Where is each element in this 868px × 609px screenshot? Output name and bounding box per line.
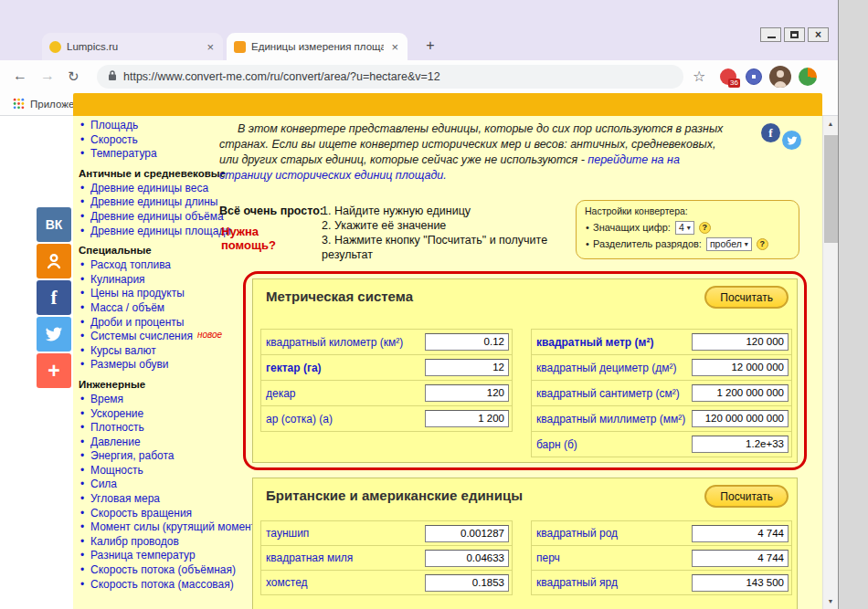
- significant-digits-select[interactable]: 4▾: [675, 221, 694, 235]
- sidebar-link[interactable]: Цены на продукты: [79, 287, 258, 301]
- sidebar-link[interactable]: Скорость вращения: [79, 507, 258, 521]
- unit-value-input[interactable]: 120 000 000 000: [692, 410, 789, 427]
- sidebar-link[interactable]: Разница температур: [79, 549, 258, 563]
- close-button[interactable]: ×: [808, 27, 829, 42]
- unit-column-right: квадратный метр (м²) 120 000 квадратный …: [531, 329, 792, 457]
- new-badge: новое: [197, 330, 222, 340]
- unit-value-input[interactable]: 4 744: [692, 525, 789, 542]
- sidebar-link[interactable]: Масса / объём: [79, 301, 258, 316]
- unit-value-input[interactable]: 120: [425, 384, 509, 402]
- help-button[interactable]: ?: [757, 238, 768, 250]
- sidebar-link[interactable]: Мощность: [79, 464, 258, 478]
- sidebar-link[interactable]: Плотность: [79, 421, 258, 436]
- unit-value-input[interactable]: 0.1853: [425, 574, 509, 592]
- sidebar-link[interactable]: Время: [79, 393, 258, 407]
- digit-separator-select[interactable]: пробел▾: [706, 237, 752, 251]
- unit-row: квадратный метр (м²) 120 000: [532, 330, 791, 355]
- unit-value-input[interactable]: 1.2e+33: [692, 436, 789, 453]
- sidebar-link[interactable]: Энергия, работа: [79, 449, 258, 464]
- sidebar-link[interactable]: Дроби и проценты: [79, 316, 258, 331]
- sidebar-link[interactable]: Кулинария: [79, 273, 258, 288]
- unit-value-input[interactable]: 120 000: [692, 333, 789, 351]
- facebook-share-icon[interactable]: f: [37, 280, 71, 315]
- need-help-link[interactable]: Нужна помощь?: [221, 225, 289, 252]
- ok-share-icon[interactable]: [37, 244, 71, 278]
- unit-value-input[interactable]: 0.04633: [425, 550, 509, 567]
- adblock-extension-icon[interactable]: 36: [720, 68, 736, 85]
- window-titlebar[interactable]: [0, 0, 838, 29]
- scroll-thumb[interactable]: [824, 135, 838, 243]
- share-plus-icon[interactable]: +: [37, 353, 71, 388]
- unit-link[interactable]: квадратная миля: [266, 551, 425, 564]
- unit-link[interactable]: ар (сотка) (а): [266, 413, 425, 425]
- unit-link[interactable]: квадратный километр (км²): [266, 336, 425, 349]
- unit-value-input[interactable]: 4 744: [692, 550, 789, 567]
- unit-link[interactable]: тауншип: [266, 527, 425, 540]
- tab-close-icon[interactable]: ×: [205, 40, 216, 54]
- tab-close-icon[interactable]: ×: [389, 40, 400, 54]
- tab-lumpics[interactable]: Lumpics.ru ×: [42, 33, 223, 60]
- scroll-down-button[interactable]: ▼: [823, 593, 838, 609]
- sidebar-link[interactable]: Системы счисленияновое: [79, 330, 258, 344]
- twitter-page-share-icon[interactable]: [782, 131, 801, 150]
- sidebar-link[interactable]: Ускорение: [79, 407, 258, 422]
- tab-convert-me[interactable]: Единицы измерения площади... ×: [227, 33, 408, 60]
- sidebar-link[interactable]: Расход топлива: [79, 258, 258, 273]
- sidebar-link[interactable]: Размеры обуви: [79, 358, 258, 373]
- unit-value-input[interactable]: 1 200: [425, 410, 509, 427]
- sidebar-link[interactable]: Сила: [79, 478, 258, 492]
- calculate-button[interactable]: Посчитать: [704, 485, 789, 508]
- back-button[interactable]: ←: [13, 68, 27, 84]
- unit-link[interactable]: хомстед: [266, 576, 425, 589]
- browser-menu-icon[interactable]: [799, 68, 817, 86]
- unit-column-left: тауншип 0.001287 квадратная миля 0.04633…: [260, 520, 513, 595]
- unit-value-input[interactable]: 0.12: [425, 333, 509, 351]
- vertical-scrollbar[interactable]: ▲ ▼: [822, 116, 838, 609]
- intro-text: В этом конвертере представлены единицы, …: [219, 121, 724, 184]
- unit-value-input[interactable]: 0.001287: [425, 525, 509, 542]
- bookmark-item[interactable]: Новая вкладка: [349, 99, 421, 110]
- minimize-button[interactable]: [760, 27, 781, 42]
- unit-value-input[interactable]: 143 500: [692, 574, 789, 592]
- vk-share-icon[interactable]: ВК: [37, 207, 71, 242]
- facebook-page-share-icon[interactable]: f: [761, 123, 780, 142]
- reload-button[interactable]: ↻: [68, 68, 79, 85]
- unit-link[interactable]: перч: [536, 551, 692, 564]
- globe-extension-icon[interactable]: [746, 68, 762, 85]
- help-button[interactable]: ?: [699, 222, 711, 234]
- sidebar-link[interactable]: Древние единицы веса: [79, 182, 258, 196]
- unit-row: ар (сотка) (а) 1 200: [261, 406, 512, 432]
- sidebar-link[interactable]: Давление: [79, 436, 258, 450]
- sidebar-link[interactable]: Скорость потока (массовая): [79, 578, 258, 593]
- address-bar[interactable]: https://www.convert-me.com/ru/convert/ar…: [97, 65, 683, 89]
- new-tab-button[interactable]: +: [418, 34, 442, 58]
- bookmark-star-icon[interactable]: ☆: [693, 68, 705, 85]
- unit-value-input[interactable]: 12: [425, 359, 509, 376]
- sidebar-link[interactable]: Угловая мера: [79, 492, 258, 507]
- scroll-up-button[interactable]: ▲: [823, 116, 838, 131]
- unit-link[interactable]: квадратный метр (м²): [536, 336, 692, 349]
- unit-link[interactable]: квадратный дециметр (дм²): [536, 362, 692, 374]
- unit-row: квадратный ярд 143 500: [532, 571, 791, 595]
- unit-link[interactable]: квадратный сантиметр (см²): [536, 387, 692, 400]
- unit-value-input[interactable]: 1 200 000 000: [692, 384, 789, 402]
- forward-button[interactable]: →: [40, 68, 55, 84]
- metric-system-section: Метрическая система Посчитать квадратный…: [252, 278, 798, 463]
- sidebar-link[interactable]: Скорость потока (объёмная): [79, 563, 258, 578]
- profile-avatar[interactable]: [769, 66, 791, 88]
- unit-link[interactable]: гектар (га): [266, 362, 425, 374]
- unit-value-input[interactable]: 12 000 000: [692, 359, 789, 376]
- unit-link[interactable]: квадратный миллиметр (мм²): [536, 413, 692, 425]
- unit-link[interactable]: квадратный ярд: [536, 576, 692, 589]
- sidebar-link[interactable]: Калибр проводов: [79, 535, 258, 550]
- maximize-button[interactable]: [784, 27, 805, 42]
- calculate-button[interactable]: Посчитать: [704, 286, 789, 309]
- sidebar-link[interactable]: Курсы валют: [79, 344, 258, 359]
- unit-link[interactable]: барн (б): [536, 438, 692, 451]
- section-title: Британские и американские единицы: [266, 488, 523, 503]
- unit-link[interactable]: квадратный род: [536, 527, 692, 540]
- twitter-share-icon[interactable]: [37, 317, 71, 352]
- howto-step: 2. Укажите её значение: [322, 218, 574, 233]
- unit-link[interactable]: декар: [266, 387, 425, 400]
- sidebar-link[interactable]: Момент силы (крутящий момент): [79, 520, 258, 535]
